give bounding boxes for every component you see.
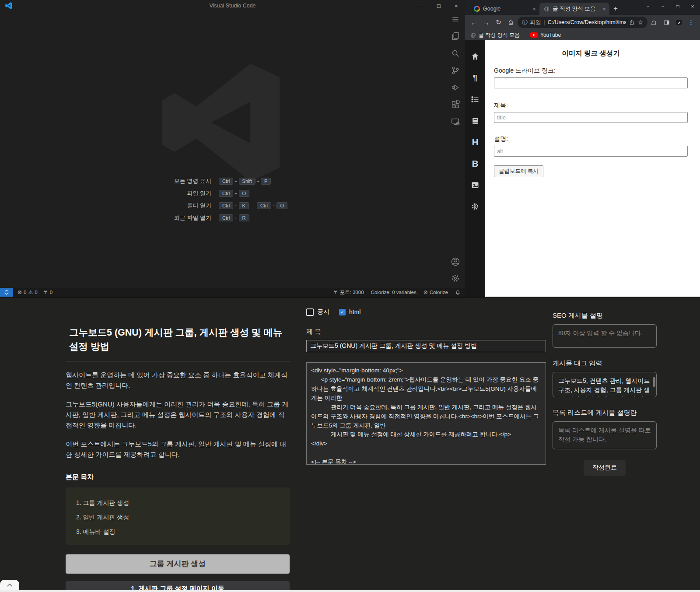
shortcut-label: 폴더 열기: [94, 202, 211, 210]
keycap: Ctrl: [219, 178, 233, 185]
list-icon[interactable]: [470, 95, 480, 104]
new-tab-button[interactable]: +: [609, 4, 622, 15]
shortcut-row: 폴더 열기 Ctrl+ K Ctrl+ O: [94, 200, 357, 212]
tab-active-form-collection[interactable]: 글 작성 양식 모음 ×: [539, 3, 609, 15]
keycap: Ctrl: [219, 202, 233, 209]
globe-icon: [544, 6, 550, 12]
blocked-icon: ⊘: [424, 289, 428, 295]
tags-textarea[interactable]: 그누보드5, 컨텐츠 관리, 웹사이트 구조, 사용자 경험, 그룹 게시판 생…: [553, 372, 657, 397]
drive-link-input[interactable]: [494, 77, 688, 88]
google-favicon: [474, 6, 480, 12]
plus-separator: +: [257, 179, 259, 184]
keycap: O: [239, 190, 250, 197]
extensions-puzzle-icon[interactable]: [649, 17, 660, 28]
seo-desc-textarea[interactable]: [553, 324, 657, 348]
keycap: Ctrl: [219, 214, 233, 221]
url-divider: |: [544, 19, 545, 25]
toc-item[interactable]: 1. 그룹 게시판 생성: [76, 499, 279, 507]
window-title: Visual Studio Code: [0, 3, 465, 9]
menu-icon[interactable]: [450, 14, 461, 25]
keycap: Ctrl: [257, 202, 271, 209]
title-input[interactable]: [494, 112, 688, 123]
plus-separator: +: [234, 179, 237, 184]
url-text: C:/Users/Crow/Desktop/html/imageLin...: [548, 19, 626, 25]
minimize-button[interactable]: −: [413, 0, 430, 11]
problems-indicator[interactable]: ⊗ 0 ⚠ 0: [18, 289, 38, 295]
heading-icon[interactable]: H: [470, 137, 480, 147]
kebab-menu-icon[interactable]: ⋮: [686, 17, 696, 28]
vscode-activity-bar: [446, 11, 465, 287]
back-icon[interactable]: ←: [469, 17, 480, 28]
drive-link-label: Google 드라이브 링크:: [494, 67, 688, 75]
extensions-icon[interactable]: [450, 99, 461, 110]
minimize-button[interactable]: −: [655, 0, 670, 13]
close-button[interactable]: ×: [685, 0, 700, 13]
browser-content: ¶ H B 이미지 링크 생성기 Google 드라이브 링크:: [465, 40, 700, 297]
maximize-button[interactable]: □: [430, 0, 448, 11]
colorize-variables[interactable]: Colorize: 0 variables: [371, 290, 416, 295]
plus-separator: +: [234, 203, 237, 208]
ports-indicator[interactable]: 0: [43, 290, 52, 295]
subject-input[interactable]: [306, 340, 546, 352]
shortcut-label: 모든 명령 표시: [94, 177, 211, 185]
home-icon[interactable]: [470, 52, 480, 61]
toc-item[interactable]: 3. 메뉴바 설정: [76, 528, 279, 536]
divider: [66, 361, 290, 361]
image-icon[interactable]: [470, 180, 480, 190]
keycap: P: [261, 178, 271, 185]
html-checkbox[interactable]: ✓: [339, 309, 346, 315]
list-desc-label: 목록 리스트에 게시물 설명란: [553, 409, 657, 417]
remote-indicator[interactable]: [0, 288, 13, 297]
list-desc-textarea[interactable]: [553, 421, 657, 449]
pilcrow-icon[interactable]: ¶: [470, 73, 480, 83]
bookmark-form-collection[interactable]: 글 작성 양식 모음: [470, 32, 520, 39]
port-3000-indicator[interactable]: 포트: 3000: [333, 289, 364, 296]
explorer-icon[interactable]: [450, 31, 461, 42]
tags-label: 게시물 태그 입력: [553, 359, 657, 368]
bold-icon[interactable]: B: [470, 159, 480, 168]
maximize-button[interactable]: □: [670, 0, 685, 13]
submit-button[interactable]: 작성완료: [584, 460, 626, 476]
bookmark-star-icon[interactable]: ☆: [637, 19, 643, 26]
globe-icon: [470, 32, 476, 38]
bookmark-youtube[interactable]: YouTube: [530, 32, 561, 38]
settings-gear-icon[interactable]: [470, 202, 480, 211]
account-icon[interactable]: [450, 256, 461, 267]
remote-explorer-icon[interactable]: [450, 116, 461, 127]
warning-count: 0: [35, 290, 37, 295]
copy-to-clipboard-button[interactable]: 클립보드에 복사: [494, 165, 543, 177]
colorize-toggle[interactable]: ⊘ Colorize: [424, 289, 448, 295]
scrollbar-thumb[interactable]: [653, 377, 655, 387]
tab-google[interactable]: Google ×: [469, 3, 539, 15]
tab-strip: Google × 글 작성 양식 모음 × + − □ ×: [465, 0, 700, 15]
keycap: K: [239, 202, 249, 209]
search-icon[interactable]: [450, 48, 461, 59]
shortcut-label: 최근 파일 열기: [94, 214, 211, 222]
vscode-titlebar: Visual Studio Code − □ ×: [0, 0, 465, 11]
settings-gear-icon[interactable]: [450, 273, 461, 284]
notice-checkbox[interactable]: [306, 308, 314, 316]
notifications-bell-icon[interactable]: [455, 290, 461, 295]
side-panel-icon[interactable]: [661, 17, 672, 28]
tab-close-icon[interactable]: ×: [532, 6, 536, 12]
collapse-tab-button[interactable]: [0, 580, 19, 590]
window-menu-chevron-icon[interactable]: [640, 0, 655, 13]
close-button[interactable]: ×: [448, 0, 465, 11]
shortcut-label: 파일 열기: [94, 189, 211, 197]
tab-close-icon[interactable]: ×: [602, 6, 606, 12]
address-bar[interactable]: ⓘ 파일 | C:/Users/Crow/Desktop/html/imageL…: [518, 17, 648, 28]
keycap: Ctrl: [219, 190, 233, 197]
source-control-icon[interactable]: [450, 65, 461, 76]
journal-icon[interactable]: [470, 116, 480, 126]
toc-item[interactable]: 2. 일반 게시판 생성: [76, 514, 279, 522]
run-debug-icon[interactable]: [450, 82, 461, 93]
post-preview-column: 그누보드5 (GNU) 게시판 그룹, 게시판 생성 및 메뉴 설정 방법 웹사…: [66, 326, 290, 592]
alt-input[interactable]: [494, 146, 688, 157]
dark-extension-icon[interactable]: [673, 17, 684, 28]
info-icon[interactable]: ⓘ: [522, 19, 528, 26]
reload-icon[interactable]: ↻: [493, 17, 504, 28]
forward-icon[interactable]: →: [481, 17, 492, 28]
share-icon[interactable]: [629, 19, 635, 25]
home-icon[interactable]: [505, 17, 516, 28]
content-textarea[interactable]: <div style="margin-bottom: 40px;"> <p st…: [306, 362, 546, 465]
